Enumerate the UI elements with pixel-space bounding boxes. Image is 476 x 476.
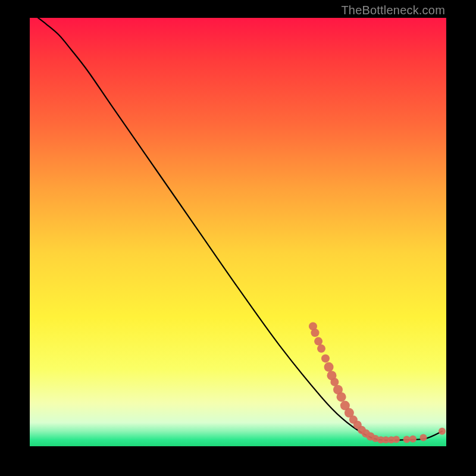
gradient-background [30, 18, 446, 446]
data-dot [409, 436, 416, 443]
chart-frame: TheBottleneck.com [0, 0, 476, 476]
data-dot [321, 354, 330, 362]
data-dot [337, 392, 346, 402]
data-dot [324, 362, 334, 372]
data-dot [311, 328, 320, 337]
data-dot [393, 436, 400, 443]
chart-svg [30, 18, 446, 446]
data-dot [330, 378, 339, 386]
data-dot [420, 434, 427, 441]
watermark-text: TheBottleneck.com [341, 4, 445, 17]
data-dot [317, 345, 325, 353]
data-dot [403, 436, 411, 443]
plot-area [30, 18, 446, 446]
data-dot [439, 428, 446, 435]
data-dot [314, 337, 322, 346]
